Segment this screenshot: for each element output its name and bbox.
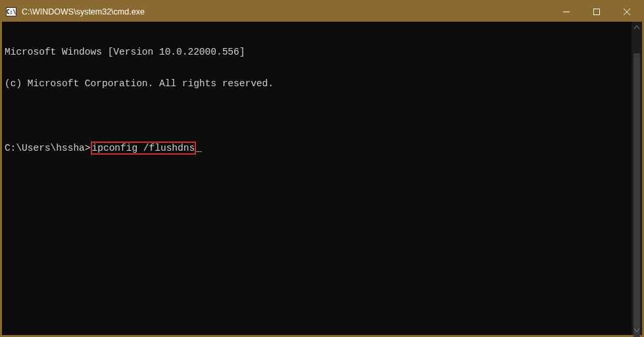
close-button[interactable] (612, 2, 642, 22)
command-text: ipconfig /flushdns (92, 143, 195, 153)
cmd-icon: C:\ (6, 7, 16, 16)
minimize-button[interactable] (551, 2, 582, 22)
terminal-blank-line (5, 110, 639, 120)
window-controls (551, 2, 642, 22)
cmd-window: C:\ C:\WINDOWS\system32\cmd.exe Microsof… (0, 0, 644, 337)
terminal-body[interactable]: Microsoft Windows [Version 10.0.22000.55… (2, 22, 642, 335)
minimize-icon (563, 9, 570, 15)
vertical-scrollbar[interactable] (632, 22, 642, 335)
scroll-up-arrow-icon[interactable] (632, 22, 642, 32)
prompt-text: C:\Users\hssha> (5, 143, 91, 153)
maximize-button[interactable] (582, 2, 612, 22)
maximize-icon (593, 9, 600, 15)
scroll-down-arrow-icon[interactable] (632, 324, 642, 335)
command-highlight: ipconfig /flushdns (91, 142, 197, 155)
svg-rect-1 (594, 9, 600, 15)
cursor: _ (196, 143, 202, 153)
terminal-line: (c) Microsoft Corporation. All rights re… (5, 78, 639, 89)
close-icon (624, 9, 630, 15)
terminal-line: Microsoft Windows [Version 10.0.22000.55… (5, 47, 639, 57)
terminal-prompt-line: C:\Users\hssha>ipconfig /flushdns_ (5, 142, 639, 155)
scroll-thumb[interactable] (633, 53, 640, 337)
window-title: C:\WINDOWS\system32\cmd.exe (22, 7, 145, 16)
titlebar[interactable]: C:\ C:\WINDOWS\system32\cmd.exe (2, 2, 642, 22)
scroll-track[interactable] (632, 32, 642, 324)
